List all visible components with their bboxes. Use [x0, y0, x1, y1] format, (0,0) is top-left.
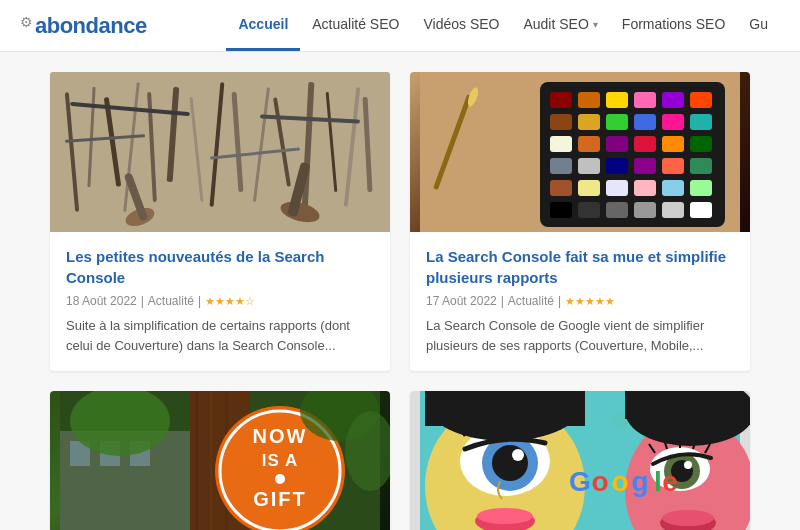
nav-item-videos-seo[interactable]: Vidéos SEO: [411, 0, 511, 51]
main-nav: Accueil Actualité SEO Vidéos SEO Audit S…: [226, 0, 780, 51]
logo-text: abondance: [35, 13, 147, 39]
svg-rect-42: [662, 136, 684, 152]
article-stars: ★★★★★: [565, 295, 615, 308]
article-stars: ★★★★☆: [205, 295, 255, 308]
svg-rect-59: [634, 202, 656, 218]
svg-rect-120: [625, 391, 740, 419]
svg-rect-61: [690, 202, 712, 218]
article-meta: 18 Août 2022 | Actualité | ★★★★☆: [66, 294, 374, 308]
svg-rect-70: [195, 391, 198, 530]
svg-rect-34: [606, 114, 628, 130]
article-card: La Search Console fait sa mue et simplif…: [410, 72, 750, 371]
svg-rect-52: [606, 180, 628, 196]
svg-point-65: [448, 192, 472, 232]
svg-point-67: [488, 198, 508, 232]
gear-icon: ⚙: [20, 14, 33, 30]
svg-point-81: [275, 474, 285, 484]
svg-point-90: [492, 445, 528, 481]
svg-text:o: o: [591, 466, 608, 497]
article-card: NOW IS A GIFT Le protocole IndexNow trac…: [50, 391, 390, 530]
logo[interactable]: ⚙ abondance: [20, 13, 147, 39]
svg-rect-29: [634, 92, 656, 108]
svg-rect-101: [425, 391, 585, 426]
svg-rect-58: [606, 202, 628, 218]
articles-grid: Les petites nouveautés de la Search Cons…: [50, 72, 750, 530]
svg-rect-38: [550, 136, 572, 152]
svg-rect-49: [690, 158, 712, 174]
svg-rect-53: [634, 180, 656, 196]
svg-rect-30: [662, 92, 684, 108]
article-meta: 17 Août 2022 | Actualité | ★★★★★: [426, 294, 734, 308]
svg-rect-26: [550, 92, 572, 108]
svg-rect-54: [662, 180, 684, 196]
article-title[interactable]: Les petites nouveautés de la Search Cons…: [66, 246, 374, 288]
svg-rect-41: [634, 136, 656, 152]
article-card: Les petites nouveautés de la Search Cons…: [50, 72, 390, 371]
svg-rect-31: [690, 92, 712, 108]
article-excerpt: La Search Console de Google vient de sim…: [426, 316, 734, 355]
article-card: G o o g l e Goossips : CTR, Pogosticking…: [410, 391, 750, 530]
nav-item-audit-seo[interactable]: Audit SEO ▾: [511, 0, 609, 51]
svg-text:NOW: NOW: [253, 425, 308, 447]
svg-rect-51: [578, 180, 600, 196]
chevron-down-icon: ▾: [593, 19, 598, 30]
article-date: 18 Août 2022: [66, 294, 137, 308]
svg-text:e: e: [662, 466, 678, 497]
svg-rect-35: [634, 114, 656, 130]
svg-rect-48: [662, 158, 684, 174]
card-body: La Search Console fait sa mue et simplif…: [410, 232, 750, 371]
svg-rect-32: [550, 114, 572, 130]
svg-rect-56: [550, 202, 572, 218]
svg-rect-45: [578, 158, 600, 174]
svg-point-111: [684, 461, 692, 469]
article-image-makeup: [410, 72, 750, 232]
svg-rect-36: [662, 114, 684, 130]
svg-rect-33: [578, 114, 600, 130]
svg-rect-55: [690, 180, 712, 196]
tools-illustration: [50, 72, 390, 232]
svg-rect-50: [550, 180, 572, 196]
svg-point-99: [477, 508, 533, 524]
svg-text:IS A: IS A: [262, 451, 298, 470]
article-image-tools: [50, 72, 390, 232]
nav-item-accueil[interactable]: Accueil: [226, 0, 300, 51]
svg-rect-39: [578, 136, 600, 152]
article-category: Actualité: [508, 294, 554, 308]
nav-item-formations-seo[interactable]: Formations SEO: [610, 0, 737, 51]
card-body: Les petites nouveautés de la Search Cons…: [50, 232, 390, 371]
svg-rect-44: [550, 158, 572, 174]
svg-point-118: [662, 510, 714, 526]
svg-rect-57: [578, 202, 600, 218]
article-title[interactable]: La Search Console fait sa mue et simplif…: [426, 246, 734, 288]
svg-text:g: g: [631, 466, 648, 497]
svg-text:GIFT: GIFT: [253, 488, 307, 510]
svg-text:G: G: [569, 466, 591, 497]
article-date: 17 Août 2022: [426, 294, 497, 308]
svg-rect-47: [634, 158, 656, 174]
svg-rect-37: [690, 114, 712, 130]
svg-rect-60: [662, 202, 684, 218]
svg-rect-27: [578, 92, 600, 108]
header: ⚙ abondance Accueil Actualité SEO Vidéos…: [0, 0, 800, 52]
svg-point-91: [512, 449, 524, 461]
svg-rect-46: [606, 158, 628, 174]
svg-rect-40: [606, 136, 628, 152]
svg-rect-28: [606, 92, 628, 108]
nav-item-gu[interactable]: Gu: [737, 0, 780, 51]
svg-rect-43: [690, 136, 712, 152]
svg-text:l: l: [654, 466, 662, 497]
svg-text:o: o: [611, 466, 628, 497]
main-content: Les petites nouveautés de la Search Cons…: [0, 52, 800, 530]
article-category: Actualité: [148, 294, 194, 308]
nav-item-actualite-seo[interactable]: Actualité SEO: [300, 0, 411, 51]
svg-rect-71: [210, 391, 212, 530]
article-image-goossips: G o o g l e: [410, 391, 750, 530]
article-excerpt: Suite à la simplification de certains ra…: [66, 316, 374, 355]
article-image-gift: NOW IS A GIFT: [50, 391, 390, 530]
